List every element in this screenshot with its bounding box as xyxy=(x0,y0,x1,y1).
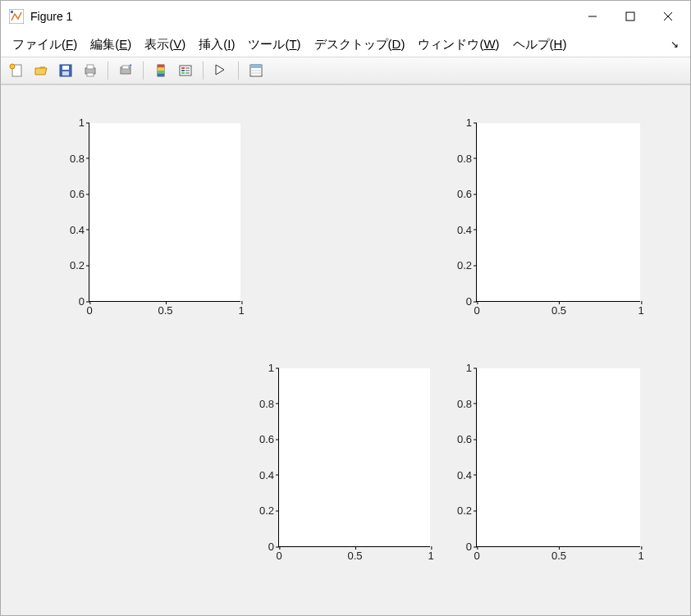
print-button[interactable] xyxy=(80,60,101,81)
menubar: ファイル(F) 編集(E) 表示(V) 挿入(I) ツール(T) デスクトップ(… xyxy=(1,32,690,57)
ytick-label: 0.8 xyxy=(457,397,477,409)
xtick-label: 0 xyxy=(474,546,479,562)
ytick-label: 0.2 xyxy=(457,504,477,517)
app-icon xyxy=(9,9,24,24)
figure-canvas[interactable]: 00.20.40.60.8100.5100.20.40.60.8100.5100… xyxy=(1,84,690,615)
xtick-label: 1 xyxy=(238,301,244,317)
ytick-label: 0.4 xyxy=(70,223,89,235)
ytick-label: 1 xyxy=(79,116,89,129)
maximize-button[interactable] xyxy=(611,4,649,29)
link-print-button[interactable] xyxy=(115,60,136,81)
ytick-label: 0.2 xyxy=(259,504,279,517)
xtick-label: 0.5 xyxy=(347,546,362,562)
axes-row1-col2[interactable]: 00.20.40.60.8100.51 xyxy=(476,123,640,302)
edit-plot-button[interactable] xyxy=(210,60,231,81)
svg-rect-18 xyxy=(158,68,164,71)
minimize-button[interactable] xyxy=(574,4,611,29)
xtick-label: 0.5 xyxy=(551,546,566,562)
menu-help[interactable]: ヘルプ(H) xyxy=(506,34,574,56)
axes-row2-col2[interactable]: 00.20.40.60.8100.51 xyxy=(278,368,430,547)
ytick-label: 0.6 xyxy=(259,433,279,445)
svg-rect-19 xyxy=(158,71,164,74)
svg-rect-17 xyxy=(158,65,164,68)
svg-rect-15 xyxy=(122,66,129,69)
ytick-label: 0.4 xyxy=(457,468,477,481)
menu-insert[interactable]: 挿入(I) xyxy=(192,34,241,56)
ytick-label: 0.6 xyxy=(70,188,89,200)
xtick-label: 1 xyxy=(638,546,643,562)
dock-arrow-icon[interactable]: ↘ xyxy=(670,39,685,50)
toolbar-separator xyxy=(108,62,108,80)
ytick-label: 0.8 xyxy=(457,152,477,164)
ytick-label: 0.2 xyxy=(457,259,477,271)
ytick-label: 0.8 xyxy=(70,152,89,164)
close-button[interactable] xyxy=(649,4,687,29)
menu-edit[interactable]: 編集(E) xyxy=(84,34,138,56)
svg-rect-3 xyxy=(626,12,634,21)
ytick-label: 1 xyxy=(466,362,477,374)
toolbar-separator xyxy=(143,62,144,80)
toolbar-separator xyxy=(238,62,239,80)
xtick-label: 0.5 xyxy=(158,301,172,317)
open-button[interactable] xyxy=(30,60,52,81)
svg-rect-9 xyxy=(62,66,69,70)
xtick-label: 0.5 xyxy=(551,301,566,317)
svg-rect-29 xyxy=(250,65,262,68)
menu-window[interactable]: ウィンドウ(W) xyxy=(411,34,506,56)
ytick-label: 0.6 xyxy=(457,188,477,200)
ytick-label: 0.2 xyxy=(70,259,89,271)
menu-tools[interactable]: ツール(T) xyxy=(241,34,307,56)
svg-rect-13 xyxy=(87,73,94,76)
svg-rect-24 xyxy=(181,70,185,71)
svg-rect-12 xyxy=(87,65,94,69)
toolbar-separator xyxy=(203,62,204,80)
xtick-label: 1 xyxy=(428,546,433,562)
ytick-label: 0.4 xyxy=(259,468,279,481)
menu-view[interactable]: 表示(V) xyxy=(138,34,192,56)
menu-file[interactable]: ファイル(F) xyxy=(6,34,84,56)
svg-rect-26 xyxy=(181,72,185,74)
toolbar xyxy=(1,57,690,84)
xtick-label: 0 xyxy=(474,301,479,317)
ytick-label: 1 xyxy=(466,116,477,129)
titlebar: Figure 1 xyxy=(1,1,690,32)
ytick-label: 1 xyxy=(268,362,279,374)
save-button[interactable] xyxy=(55,60,76,81)
svg-rect-22 xyxy=(181,67,185,69)
xtick-label: 0 xyxy=(276,546,281,562)
svg-rect-20 xyxy=(158,74,164,77)
axes-row1-col1[interactable]: 00.20.40.60.8100.51 xyxy=(89,123,240,302)
xtick-label: 1 xyxy=(638,301,643,317)
svg-point-7 xyxy=(10,64,15,69)
ytick-label: 0.8 xyxy=(259,397,279,409)
legend-button[interactable] xyxy=(175,60,196,81)
menu-desktop[interactable]: デスクトップ(D) xyxy=(308,34,412,56)
ytick-label: 0.4 xyxy=(457,223,477,235)
svg-rect-1 xyxy=(11,11,13,13)
property-inspector-button[interactable] xyxy=(245,60,267,81)
new-figure-button[interactable] xyxy=(6,60,27,81)
window-title: Figure 1 xyxy=(30,10,72,23)
axes-row2-col3[interactable]: 00.20.40.60.8100.51 xyxy=(476,368,640,547)
xtick-label: 0 xyxy=(86,301,92,317)
colorbar-button[interactable] xyxy=(150,60,172,81)
svg-rect-10 xyxy=(62,71,69,75)
ytick-label: 0.6 xyxy=(457,433,477,445)
